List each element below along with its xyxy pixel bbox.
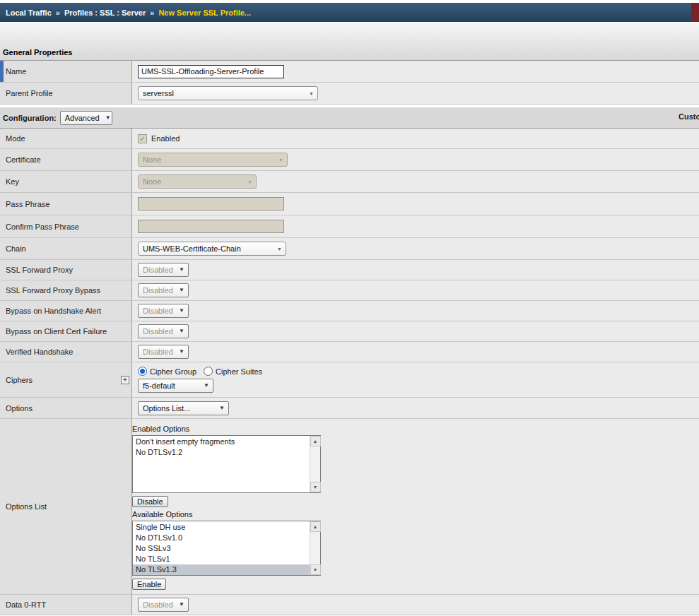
- required-indicator: [0, 61, 4, 82]
- dropdown-arrow-icon: ▼: [179, 308, 184, 314]
- list-item[interactable]: Don't insert empty fragments: [133, 437, 310, 447]
- certificate-value: None: [143, 155, 161, 164]
- scrollbar[interactable]: ▲ ▼: [310, 436, 320, 492]
- ssl-forward-proxy-bypass-select: Disabled ▼: [138, 283, 189, 297]
- cipher-group-radio-label: Cipher Group: [150, 367, 196, 376]
- certificate-label: Certificate: [6, 155, 41, 164]
- cipher-group-value: f5-default: [143, 381, 175, 390]
- custom-column-header: Custom: [679, 112, 699, 121]
- parent-profile-row: Parent Profile serverssl ▼: [0, 83, 699, 105]
- pass-phrase-input: [138, 197, 284, 211]
- dropdown-arrow-icon: ▼: [309, 91, 314, 96]
- dropdown-arrow-icon: ▼: [247, 179, 252, 184]
- chain-value: UMS-WEB-Certificate-Chain: [143, 244, 241, 253]
- list-item[interactable]: No DTLSv1.0: [133, 533, 310, 543]
- key-row: Key None ▼: [0, 171, 699, 193]
- enable-button[interactable]: Enable: [132, 579, 166, 590]
- list-item[interactable]: No TLSv1: [133, 554, 310, 564]
- scroll-down-icon[interactable]: ▼: [310, 564, 321, 575]
- verified-handshake-row: Verified Handshake Disabled ▼: [0, 342, 699, 362]
- dropdown-arrow-icon: ▼: [277, 247, 282, 251]
- certificate-select: None ▼: [138, 153, 288, 167]
- general-properties-table: Name Parent Profile serverssl ▼: [0, 60, 699, 105]
- bypass-on-client-cert-failure-row: Bypass on Client Cert Failure Disabled ▼: [0, 321, 699, 342]
- breadcrumb-current-page: New Server SSL Profile...: [158, 8, 251, 17]
- available-options-listbox[interactable]: Single DH use No DTLSv1.0 No SSLv3 No TL…: [132, 521, 321, 576]
- cipher-group-radio[interactable]: [138, 367, 147, 376]
- options-value: Options List...: [143, 404, 190, 413]
- dropdown-arrow-icon: ▼: [179, 328, 184, 334]
- data-0rtt-label: Data 0-RTT: [6, 600, 46, 609]
- configuration-table: Mode ✓ Enabled Certificate None ▼ Key No…: [0, 128, 699, 615]
- cipher-suites-radio-label: Cipher Suites: [216, 367, 262, 376]
- options-row: Options Options List... ▼: [0, 398, 699, 419]
- server-ssl-profile-page: Local Traffic » Profiles : SSL : Server …: [0, 0, 699, 616]
- mode-checkbox-label: Enabled: [151, 134, 180, 143]
- verified-handshake-label: Verified Handshake: [6, 348, 73, 356]
- mode-row: Mode ✓ Enabled: [0, 129, 699, 149]
- verified-handshake-value: Disabled: [143, 348, 173, 356]
- scroll-down-icon[interactable]: ▼: [310, 482, 321, 492]
- breadcrumb-separator-icon: »: [56, 8, 60, 17]
- scroll-up-icon[interactable]: ▲: [310, 436, 321, 446]
- configuration-mode-select[interactable]: Advanced ▼: [60, 111, 112, 125]
- options-list-row: Options List Enabled Options Don't inser…: [0, 419, 699, 595]
- confirm-pass-phrase-label: Confirm Pass Phrase: [6, 223, 79, 231]
- check-icon: ✓: [139, 135, 145, 143]
- disable-button[interactable]: Disable: [132, 496, 168, 507]
- chain-select[interactable]: UMS-WEB-Certificate-Chain ▼: [138, 242, 286, 256]
- bypass-on-client-cert-failure-value: Disabled: [143, 327, 173, 336]
- options-select[interactable]: Options List... ▼: [138, 401, 229, 415]
- parent-profile-value: serverssl: [143, 89, 174, 97]
- confirm-pass-phrase-input: [138, 220, 284, 233]
- configuration-label: Configuration:: [3, 114, 57, 122]
- list-item[interactable]: Single DH use: [133, 522, 310, 533]
- cipher-suites-radio[interactable]: [204, 367, 213, 376]
- name-row-label-cell: Name: [0, 61, 132, 82]
- list-item[interactable]: No DTLSv1.2: [133, 447, 310, 458]
- bypass-on-handshake-alert-row: Bypass on Handshake Alert Disabled ▼: [0, 301, 699, 321]
- breadcrumb: Local Traffic » Profiles : SSL : Server …: [0, 3, 691, 22]
- certificate-row: Certificate None ▼: [0, 149, 699, 171]
- list-item-selected[interactable]: No TLSv1.3: [133, 564, 310, 575]
- bypass-on-client-cert-failure-label: Bypass on Client Cert Failure: [6, 327, 107, 336]
- mode-label: Mode: [6, 134, 25, 143]
- scrollbar[interactable]: ▲ ▼: [310, 521, 320, 575]
- pass-phrase-row: Pass Phrase: [0, 193, 699, 215]
- scroll-up-icon[interactable]: ▲: [310, 521, 321, 532]
- bypass-on-handshake-alert-select: Disabled ▼: [138, 304, 189, 318]
- ssl-forward-proxy-bypass-label: SSL Forward Proxy Bypass: [6, 286, 100, 295]
- verified-handshake-select: Disabled ▼: [138, 345, 189, 359]
- dropdown-arrow-icon: ▼: [179, 288, 184, 293]
- data-0rtt-value: Disabled: [143, 600, 173, 609]
- breadcrumb-profiles-ssl-server[interactable]: Profiles : SSL : Server: [64, 8, 146, 17]
- bypass-on-handshake-alert-value: Disabled: [143, 307, 173, 315]
- ssl-forward-proxy-value: Disabled: [143, 266, 173, 274]
- chain-label: Chain: [6, 244, 26, 253]
- available-options-title: Available Options: [132, 510, 192, 519]
- dropdown-arrow-icon: ▼: [105, 115, 111, 121]
- ssl-forward-proxy-select: Disabled ▼: [138, 263, 189, 277]
- enabled-options-listbox[interactable]: Don't insert empty fragments No DTLSv1.2…: [132, 435, 321, 493]
- chain-row: Chain UMS-WEB-Certificate-Chain ▼: [0, 238, 699, 260]
- data-0rtt-row: Data 0-RTT Disabled ▼: [0, 595, 699, 615]
- expand-plus-button[interactable]: +: [121, 376, 129, 384]
- confirm-pass-phrase-row: Confirm Pass Phrase: [0, 215, 699, 238]
- dropdown-arrow-icon: ▼: [219, 405, 225, 411]
- breadcrumb-separator-icon: »: [150, 8, 154, 17]
- key-value: None: [143, 177, 161, 186]
- ssl-forward-proxy-bypass-value: Disabled: [143, 286, 173, 295]
- dropdown-arrow-icon: ▼: [278, 158, 283, 162]
- list-item[interactable]: No SSLv3: [133, 543, 310, 554]
- bypass-on-client-cert-failure-select: Disabled ▼: [138, 324, 189, 338]
- dropdown-arrow-icon: ▼: [179, 349, 184, 355]
- options-label: Options: [6, 404, 33, 413]
- parent-profile-select[interactable]: serverssl ▼: [138, 86, 318, 100]
- configuration-mode-value: Advanced: [65, 114, 100, 122]
- dropdown-arrow-icon: ▼: [179, 267, 184, 273]
- name-input[interactable]: [138, 65, 284, 78]
- pass-phrase-label: Pass Phrase: [6, 200, 49, 208]
- cipher-group-select[interactable]: f5-default ▼: [138, 379, 213, 393]
- breadcrumb-local-traffic[interactable]: Local Traffic: [6, 8, 52, 17]
- enabled-options-title: Enabled Options: [132, 425, 189, 433]
